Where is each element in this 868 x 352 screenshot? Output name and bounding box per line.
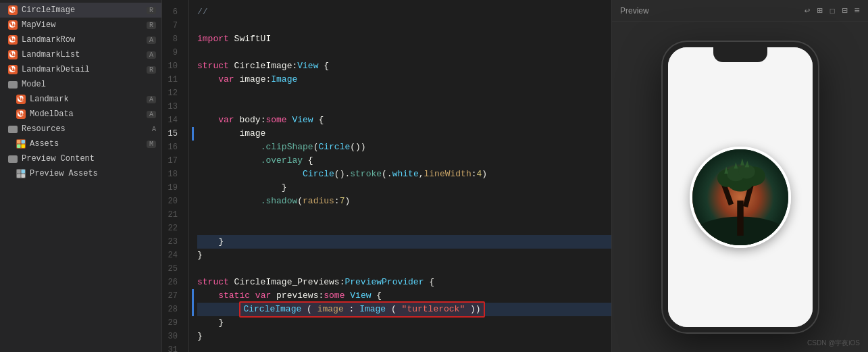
code-line bbox=[197, 100, 611, 114]
line-number: 9 bbox=[162, 46, 183, 59]
sidebar-item-landmarkdetail[interactable]: LandmarkDetail R bbox=[0, 62, 161, 77]
svg-rect-19 bbox=[737, 200, 743, 235]
sidebar-item-badge: A bbox=[147, 51, 156, 59]
sidebar-item-label: LandmarkDetail bbox=[22, 65, 90, 74]
code-token: , bbox=[419, 168, 424, 181]
sidebar-group-resources[interactable]: Resources A bbox=[0, 122, 161, 136]
sidebar-item-badge: R bbox=[147, 7, 156, 14]
code-token: struct bbox=[197, 59, 229, 73]
refresh-icon[interactable]: ↩ bbox=[805, 5, 810, 16]
sidebar-item-label: Model bbox=[22, 80, 46, 89]
code-token: (). bbox=[334, 168, 350, 181]
sidebar-item-preview-assets[interactable]: Preview Assets bbox=[0, 166, 161, 181]
code-token: 4 bbox=[477, 168, 482, 181]
phone-screen bbox=[668, 47, 813, 327]
code-token bbox=[197, 141, 261, 154]
code-token: ( bbox=[297, 195, 303, 208]
code-line: struct CircleImage: View { bbox=[197, 59, 611, 73]
code-line: static var previews: some View { bbox=[197, 289, 611, 303]
menu-icon[interactable]: ≡ bbox=[854, 5, 860, 16]
code-token: image: bbox=[234, 73, 272, 86]
code-line: } bbox=[197, 316, 611, 330]
code-token: ( bbox=[391, 304, 397, 314]
swift-icon bbox=[8, 35, 18, 45]
sidebar-group-model[interactable]: Model bbox=[0, 77, 161, 92]
code-token: .clipShape bbox=[261, 141, 313, 154]
code-token: } bbox=[197, 249, 203, 262]
line-number: 30 bbox=[162, 330, 183, 343]
layout-icon[interactable]: ⊞ bbox=[817, 5, 822, 16]
code-token: { bbox=[372, 289, 382, 303]
line-number: 21 bbox=[162, 208, 183, 222]
code-token bbox=[287, 114, 292, 127]
code-token: body: bbox=[234, 114, 266, 127]
code-line: // bbox=[197, 5, 611, 19]
preview-content: CSDN @宇夜iOS bbox=[612, 22, 868, 352]
code-token: } bbox=[197, 181, 287, 195]
code-token bbox=[250, 289, 255, 303]
sidebar-item-label: MapView bbox=[22, 20, 55, 30]
preview-toolbar-icons: ↩ ⊞ ☐ ⊟ ≡ bbox=[805, 5, 860, 16]
line-number: 26 bbox=[162, 276, 183, 289]
code-token: : bbox=[471, 168, 477, 181]
line-number: 22 bbox=[162, 222, 183, 235]
swift-icon bbox=[16, 95, 26, 104]
swift-icon bbox=[8, 20, 18, 30]
code-token: { bbox=[318, 59, 329, 73]
sidebar-item-modeldata[interactable]: ModelData A bbox=[0, 107, 161, 122]
gutter-indicator bbox=[192, 289, 194, 303]
code-content: // import SwiftUI struct CircleImage: Vi… bbox=[189, 0, 611, 352]
sidebar-item-mapview[interactable]: MapView R bbox=[0, 18, 161, 32]
code-token: Circle bbox=[318, 141, 350, 154]
swift-icon bbox=[8, 5, 18, 15]
code-token: lineWidth bbox=[424, 168, 471, 181]
sidebar-item-landmark[interactable]: Landmark A bbox=[0, 92, 161, 107]
code-token: radius bbox=[303, 195, 334, 208]
code-line: image bbox=[197, 127, 611, 141]
line-number: 17 bbox=[162, 154, 183, 168]
code-line: .clipShape ( Circle ()) bbox=[197, 141, 611, 154]
code-token: var bbox=[255, 289, 271, 303]
sidebar-item-circleimage[interactable]: CircleImage R bbox=[0, 3, 161, 18]
line-number: 24 bbox=[162, 249, 183, 262]
code-token: struct bbox=[197, 276, 229, 289]
preview-panel: Preview ↩ ⊞ ☐ ⊟ ≡ bbox=[611, 0, 868, 352]
assets-icon bbox=[16, 139, 26, 149]
code-token: CircleImage bbox=[243, 304, 301, 314]
code-line bbox=[197, 343, 611, 352]
sidebar-item-badge: A bbox=[147, 36, 156, 44]
code-token: Image bbox=[271, 73, 297, 86]
line-number: 25 bbox=[162, 262, 183, 276]
line-number: 23 bbox=[162, 235, 183, 249]
device-icon[interactable]: ☐ bbox=[829, 5, 835, 16]
sidebar-item-label: Preview Assets bbox=[30, 169, 98, 178]
code-token: { bbox=[424, 276, 434, 289]
code-token: : bbox=[349, 304, 360, 314]
code-token: white bbox=[392, 168, 419, 181]
gutter-indicator bbox=[192, 303, 194, 316]
sidebar-item-badge: M bbox=[147, 141, 156, 148]
code-token bbox=[197, 168, 303, 181]
code-token: PreviewProvider bbox=[344, 276, 424, 289]
code-token: CircleImage_Previews: bbox=[229, 276, 345, 289]
line-number: 8 bbox=[162, 32, 183, 46]
code-line: var body: some View { bbox=[197, 114, 611, 127]
sidebar-item-preview-content[interactable]: Preview Content bbox=[0, 151, 161, 166]
folder-icon bbox=[8, 126, 18, 133]
zoom-icon[interactable]: ⊟ bbox=[842, 5, 847, 16]
sidebar-item-landmarkrow[interactable]: LandmarkRow A bbox=[0, 32, 161, 47]
line-number: 20 bbox=[162, 195, 183, 208]
code-token: stroke bbox=[350, 168, 382, 181]
sidebar-item-badge: R bbox=[147, 22, 156, 29]
line-number: 14 bbox=[162, 114, 183, 127]
line-numbers: 6 7 8 9 10 11 12 13 14 15 16 17 18 19 20… bbox=[162, 0, 189, 352]
code-token: image bbox=[317, 304, 344, 314]
code-line bbox=[197, 262, 611, 276]
swift-icon bbox=[8, 50, 18, 59]
line-number: 6 bbox=[162, 5, 183, 19]
sidebar-item-assets[interactable]: Assets M bbox=[0, 136, 161, 151]
turtlerock-image bbox=[692, 149, 788, 245]
sidebar-item-landmarklist[interactable]: LandmarkList A bbox=[0, 47, 161, 62]
svg-rect-15 bbox=[17, 174, 21, 178]
code-line bbox=[197, 19, 611, 32]
